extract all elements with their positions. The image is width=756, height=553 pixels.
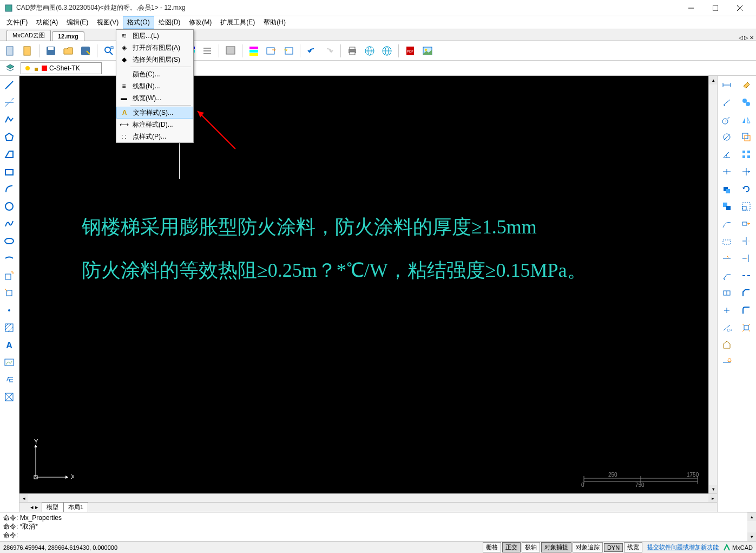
maximize-button[interactable] (703, 0, 727, 16)
xline-tool[interactable] (1, 94, 17, 110)
command-scrollbar[interactable]: ▴▾ (747, 512, 756, 541)
toggle-lineweight[interactable]: 线宽 (624, 542, 642, 552)
explode-tool[interactable] (738, 320, 754, 336)
mirror-tool[interactable] (738, 112, 754, 128)
toggle-ortho[interactable]: 正交 (502, 542, 521, 552)
tab-model[interactable]: 模型 (42, 502, 63, 512)
menu-dim-style[interactable]: ⟷ 标注样式(D)... (116, 119, 193, 131)
export-button[interactable] (263, 43, 279, 59)
menu-text-style[interactable]: A 文字样式(S)... (116, 107, 193, 119)
rectangle-tool[interactable] (1, 146, 17, 162)
menu-ext-tools[interactable]: 扩展工具(E) (216, 16, 259, 29)
tab-prev-icon[interactable]: ◁ (739, 35, 743, 41)
point-tool[interactable] (1, 302, 17, 318)
tab-next-icon[interactable]: ▷ (744, 35, 748, 41)
new-from-template-button[interactable] (19, 43, 36, 59)
polyline-tool[interactable] (1, 112, 17, 128)
menu-color[interactable]: 颜色(C)... (116, 68, 193, 80)
menu-layer[interactable]: ≋ 图层...(L) (116, 30, 193, 42)
dim-radius-tool[interactable] (719, 112, 735, 128)
scroll-down-icon[interactable]: ▾ (709, 485, 717, 493)
new-button[interactable] (2, 43, 18, 59)
mtext-tool[interactable]: A (1, 372, 17, 388)
mark-tool[interactable] (719, 302, 735, 318)
tab-layout1[interactable]: 布局1 (63, 502, 88, 512)
menu-modify[interactable]: 修改(M) (185, 16, 216, 29)
rectangle2-tool[interactable] (1, 164, 17, 180)
undo-button[interactable] (304, 43, 320, 59)
menu-close-layers[interactable]: ◆ 选择关闭图层(S) (116, 54, 193, 66)
print-button[interactable] (344, 43, 360, 59)
line-tool[interactable] (1, 77, 17, 93)
pdf-button[interactable]: PDF (402, 43, 418, 59)
close-button[interactable] (727, 0, 752, 16)
stretch-tool[interactable] (738, 216, 754, 232)
layer-lines-button[interactable] (199, 43, 215, 59)
make-block-tool[interactable] (1, 285, 17, 301)
dim-aligned-tool[interactable] (719, 94, 735, 110)
copy-tool[interactable] (738, 94, 754, 110)
dim-blank1-tool[interactable] (719, 233, 735, 249)
dim-angular-tool[interactable] (719, 146, 735, 162)
insert-block-tool[interactable] (1, 268, 17, 284)
menu-open-all-layers[interactable]: ◈ 打开所有图层(A) (116, 42, 193, 54)
trim-tool[interactable] (738, 233, 754, 249)
web-button[interactable] (361, 43, 378, 59)
raster-button[interactable] (222, 43, 239, 59)
color-scheme-button[interactable] (246, 43, 262, 59)
leader-tool[interactable] (719, 268, 735, 284)
feedback-link[interactable]: 提交软件问题或增加新功能 (647, 543, 719, 551)
dim-blank2-tool[interactable] (719, 372, 735, 388)
save-as-button[interactable] (77, 43, 94, 59)
open-button[interactable] (60, 43, 76, 59)
ellipse-tool[interactable] (1, 233, 17, 249)
text-tool[interactable]: A (1, 337, 17, 353)
spline-tool[interactable] (1, 216, 17, 232)
toggle-dyn[interactable]: DYN (604, 543, 623, 552)
zoom-extents-button[interactable] (101, 43, 117, 59)
minimize-button[interactable] (679, 0, 703, 16)
redo-button[interactable] (321, 43, 337, 59)
hatch-tool[interactable] (1, 320, 17, 336)
toggle-polar[interactable]: 极轴 (522, 542, 540, 552)
menu-file[interactable]: 文件(F) (2, 16, 32, 29)
dim-centermark-tool[interactable] (719, 216, 735, 232)
qdim-tool[interactable]: C+ (719, 320, 735, 336)
fillet-tool[interactable] (738, 302, 754, 318)
region-tool[interactable] (1, 389, 17, 405)
menu-edit[interactable]: 编辑(E) (62, 16, 93, 29)
scale-tool[interactable] (738, 198, 754, 214)
tab-cloud[interactable]: MxCAD云图 (6, 30, 51, 41)
toggle-grid[interactable]: 栅格 (483, 542, 501, 552)
scroll-left-icon[interactable]: ◂ (19, 494, 28, 503)
layer-manager-button[interactable] (2, 60, 18, 76)
scroll-up-icon[interactable]: ▴ (709, 76, 717, 84)
array-tool[interactable] (738, 146, 754, 162)
chamfer-tool[interactable] (738, 285, 754, 301)
erase-tool[interactable] (738, 77, 754, 93)
break-tool[interactable] (738, 268, 754, 284)
menu-view[interactable]: 视图(V) (93, 16, 123, 29)
menu-function[interactable]: 功能(A) (32, 16, 62, 29)
arc-tool[interactable] (1, 181, 17, 197)
rotate-tool[interactable] (738, 181, 754, 197)
dim-linear-tool[interactable] (719, 77, 735, 93)
menu-linetype[interactable]: ≡ 线型(N)... (116, 80, 193, 92)
layer-selector[interactable]: C-Shet-TK (21, 62, 102, 74)
toggle-osnap[interactable]: 对象捕捉 (541, 542, 571, 552)
toggle-otrack[interactable]: 对象追踪 (573, 542, 603, 552)
ellipse-arc-tool[interactable] (1, 250, 17, 266)
command-prompt[interactable]: 命令: (3, 531, 753, 539)
move-tool[interactable] (738, 164, 754, 180)
vertical-scrollbar[interactable]: ▴ ▾ (708, 76, 717, 493)
tolerance-tool[interactable] (719, 285, 735, 301)
web2-button[interactable] (379, 43, 395, 59)
dim-edit-tool[interactable] (719, 250, 735, 266)
command-window[interactable]: 命令: Mx_Properties 命令: *取消* 命令: ▴▾ (0, 512, 756, 541)
menu-format[interactable]: 格式(O) (123, 16, 154, 29)
extend-tool[interactable] (738, 250, 754, 266)
tab-close-icon[interactable]: ✕ (750, 35, 754, 41)
menu-lineweight[interactable]: ▬ 线宽(W)... (116, 92, 193, 104)
circle-tool[interactable] (1, 198, 17, 214)
tab-current-file[interactable]: 12.mxg (52, 31, 84, 41)
